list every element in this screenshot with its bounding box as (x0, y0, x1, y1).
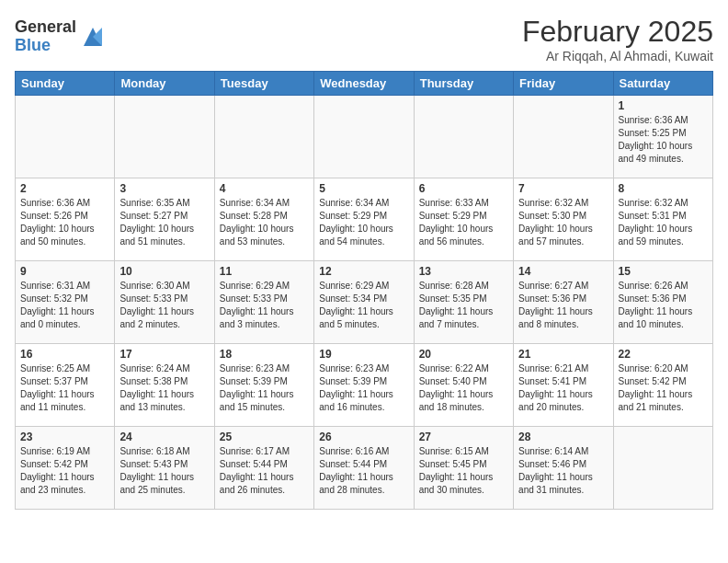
day-cell: 23Sunrise: 6:19 AM Sunset: 5:42 PM Dayli… (16, 427, 115, 510)
day-cell (115, 96, 214, 178)
day-number: 16 (20, 348, 109, 361)
day-info: Sunrise: 6:27 AM Sunset: 5:36 PM Dayligh… (518, 280, 608, 331)
day-cell: 1Sunrise: 6:36 AM Sunset: 5:25 PM Daylig… (613, 96, 712, 178)
day-cell: 20Sunrise: 6:22 AM Sunset: 5:40 PM Dayli… (414, 344, 513, 427)
day-cell (613, 427, 712, 510)
day-cell: 6Sunrise: 6:33 AM Sunset: 5:29 PM Daylig… (414, 178, 513, 261)
day-info: Sunrise: 6:24 AM Sunset: 5:38 PM Dayligh… (119, 362, 209, 414)
day-header-wednesday: Wednesday (314, 72, 414, 96)
logo-icon (80, 24, 106, 50)
week-row-2: 2Sunrise: 6:36 AM Sunset: 5:26 PM Daylig… (16, 178, 713, 261)
day-info: Sunrise: 6:22 AM Sunset: 5:40 PM Dayligh… (419, 362, 508, 414)
day-header-friday: Friday (514, 72, 613, 96)
day-cell: 4Sunrise: 6:34 AM Sunset: 5:28 PM Daylig… (214, 178, 313, 261)
day-info: Sunrise: 6:18 AM Sunset: 5:43 PM Dayligh… (119, 445, 209, 497)
day-cell (16, 96, 115, 178)
day-info: Sunrise: 6:36 AM Sunset: 5:25 PM Dayligh… (619, 114, 708, 166)
day-cell: 18Sunrise: 6:23 AM Sunset: 5:39 PM Dayli… (214, 344, 313, 427)
day-info: Sunrise: 6:23 AM Sunset: 5:39 PM Dayligh… (319, 362, 408, 414)
day-cell: 24Sunrise: 6:18 AM Sunset: 5:43 PM Dayli… (115, 427, 214, 510)
header-row: SundayMondayTuesdayWednesdayThursdayFrid… (16, 72, 713, 96)
day-cell: 28Sunrise: 6:14 AM Sunset: 5:46 PM Dayli… (514, 427, 613, 510)
day-header-monday: Monday (115, 72, 214, 96)
day-number: 7 (518, 182, 608, 195)
day-info: Sunrise: 6:25 AM Sunset: 5:37 PM Dayligh… (20, 362, 109, 414)
day-number: 18 (220, 348, 309, 361)
day-header-sunday: Sunday (16, 72, 115, 96)
day-number: 3 (119, 182, 209, 195)
day-info: Sunrise: 6:35 AM Sunset: 5:27 PM Dayligh… (119, 197, 209, 248)
day-info: Sunrise: 6:19 AM Sunset: 5:42 PM Dayligh… (20, 445, 109, 497)
location: Ar Riqqah, Al Ahmadi, Kuwait (522, 49, 713, 63)
day-number: 11 (220, 265, 309, 278)
day-number: 25 (220, 431, 309, 443)
day-cell: 5Sunrise: 6:34 AM Sunset: 5:29 PM Daylig… (314, 178, 414, 261)
day-cell: 21Sunrise: 6:21 AM Sunset: 5:41 PM Dayli… (514, 344, 613, 427)
day-cell: 3Sunrise: 6:35 AM Sunset: 5:27 PM Daylig… (115, 178, 214, 261)
day-number: 14 (518, 265, 608, 278)
day-cell (214, 96, 313, 178)
day-info: Sunrise: 6:30 AM Sunset: 5:33 PM Dayligh… (119, 280, 209, 331)
day-number: 1 (619, 99, 708, 112)
day-number: 17 (119, 348, 209, 361)
calendar-table: SundayMondayTuesdayWednesdayThursdayFrid… (15, 71, 713, 510)
day-cell: 9Sunrise: 6:31 AM Sunset: 5:32 PM Daylig… (16, 261, 115, 344)
day-info: Sunrise: 6:32 AM Sunset: 5:30 PM Dayligh… (518, 197, 608, 248)
logo-general-text: General (15, 18, 76, 37)
day-info: Sunrise: 6:20 AM Sunset: 5:42 PM Dayligh… (619, 362, 708, 414)
month-title: February 2025 (522, 15, 713, 49)
week-row-4: 16Sunrise: 6:25 AM Sunset: 5:37 PM Dayli… (16, 344, 713, 427)
day-cell: 11Sunrise: 6:29 AM Sunset: 5:33 PM Dayli… (214, 261, 313, 344)
day-number: 12 (319, 265, 408, 278)
day-number: 28 (518, 431, 608, 443)
day-cell: 13Sunrise: 6:28 AM Sunset: 5:35 PM Dayli… (414, 261, 513, 344)
day-cell: 12Sunrise: 6:29 AM Sunset: 5:34 PM Dayli… (314, 261, 414, 344)
day-header-saturday: Saturday (613, 72, 712, 96)
day-cell (514, 96, 613, 178)
day-number: 4 (220, 182, 309, 195)
page-header: General Blue February 2025 Ar Riqqah, Al… (15, 15, 713, 63)
title-block: February 2025 Ar Riqqah, Al Ahmadi, Kuwa… (522, 15, 713, 63)
day-number: 26 (319, 431, 408, 443)
day-info: Sunrise: 6:32 AM Sunset: 5:31 PM Dayligh… (619, 197, 708, 248)
day-info: Sunrise: 6:14 AM Sunset: 5:46 PM Dayligh… (518, 445, 608, 497)
day-info: Sunrise: 6:31 AM Sunset: 5:32 PM Dayligh… (20, 280, 109, 331)
logo-blue-text: Blue (15, 37, 76, 55)
day-number: 22 (619, 348, 708, 361)
day-cell: 7Sunrise: 6:32 AM Sunset: 5:30 PM Daylig… (514, 178, 613, 261)
day-cell: 26Sunrise: 6:16 AM Sunset: 5:44 PM Dayli… (314, 427, 414, 510)
day-cell (414, 96, 513, 178)
day-number: 2 (20, 182, 109, 195)
day-cell: 14Sunrise: 6:27 AM Sunset: 5:36 PM Dayli… (514, 261, 613, 344)
day-info: Sunrise: 6:36 AM Sunset: 5:26 PM Dayligh… (20, 197, 109, 248)
day-info: Sunrise: 6:15 AM Sunset: 5:45 PM Dayligh… (419, 445, 508, 497)
day-info: Sunrise: 6:34 AM Sunset: 5:29 PM Dayligh… (319, 197, 408, 248)
day-info: Sunrise: 6:29 AM Sunset: 5:33 PM Dayligh… (220, 280, 309, 331)
day-info: Sunrise: 6:28 AM Sunset: 5:35 PM Dayligh… (419, 280, 508, 331)
day-number: 13 (419, 265, 508, 278)
day-number: 5 (319, 182, 408, 195)
day-number: 27 (419, 431, 508, 443)
day-info: Sunrise: 6:21 AM Sunset: 5:41 PM Dayligh… (518, 362, 608, 414)
day-info: Sunrise: 6:23 AM Sunset: 5:39 PM Dayligh… (220, 362, 309, 414)
day-cell: 10Sunrise: 6:30 AM Sunset: 5:33 PM Dayli… (115, 261, 214, 344)
day-info: Sunrise: 6:33 AM Sunset: 5:29 PM Dayligh… (419, 197, 508, 248)
day-cell: 22Sunrise: 6:20 AM Sunset: 5:42 PM Dayli… (613, 344, 712, 427)
week-row-3: 9Sunrise: 6:31 AM Sunset: 5:32 PM Daylig… (16, 261, 713, 344)
day-header-thursday: Thursday (414, 72, 513, 96)
day-cell (314, 96, 414, 178)
day-number: 23 (20, 431, 109, 443)
day-number: 6 (419, 182, 508, 195)
day-number: 24 (119, 431, 209, 443)
day-number: 10 (119, 265, 209, 278)
day-header-tuesday: Tuesday (214, 72, 313, 96)
day-info: Sunrise: 6:29 AM Sunset: 5:34 PM Dayligh… (319, 280, 408, 331)
day-cell: 27Sunrise: 6:15 AM Sunset: 5:45 PM Dayli… (414, 427, 513, 510)
day-cell: 19Sunrise: 6:23 AM Sunset: 5:39 PM Dayli… (314, 344, 414, 427)
day-number: 8 (619, 182, 708, 195)
day-number: 20 (419, 348, 508, 361)
day-cell: 8Sunrise: 6:32 AM Sunset: 5:31 PM Daylig… (613, 178, 712, 261)
day-cell: 17Sunrise: 6:24 AM Sunset: 5:38 PM Dayli… (115, 344, 214, 427)
day-cell: 2Sunrise: 6:36 AM Sunset: 5:26 PM Daylig… (16, 178, 115, 261)
logo: General Blue (15, 18, 106, 55)
